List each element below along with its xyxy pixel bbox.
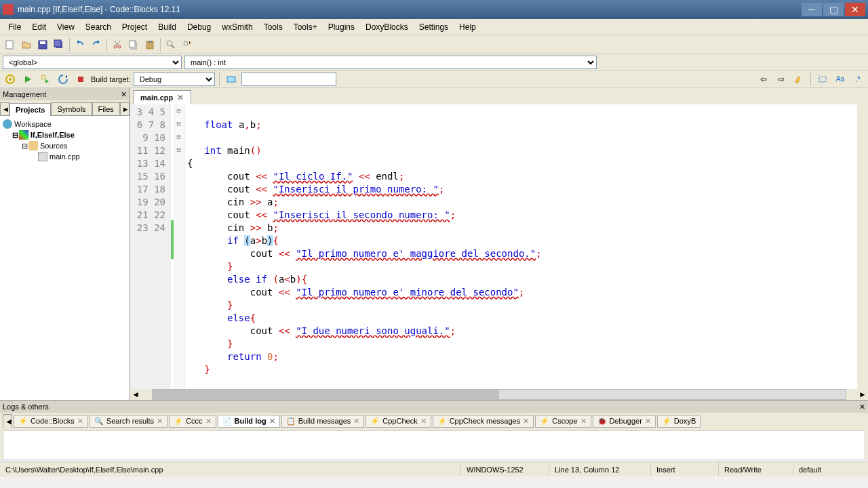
build-icon[interactable]: [3, 72, 18, 87]
logs-content[interactable]: [3, 430, 865, 460]
logs-tab-buildlog[interactable]: 📄Build log✕: [218, 415, 280, 428]
status-readwrite: Read/Write: [719, 462, 793, 476]
redo-icon[interactable]: [89, 37, 104, 52]
logs-tab-cscope[interactable]: ⚡Cscope✕: [535, 415, 591, 428]
logs-tab-cccc[interactable]: ⚡Cccc✕: [169, 415, 216, 428]
status-config: default: [793, 462, 868, 476]
vertical-scrollbar[interactable]: [857, 104, 868, 389]
main-toolbar: [0, 35, 868, 54]
find-icon[interactable]: [163, 37, 178, 52]
menu-settings[interactable]: Settings: [414, 21, 454, 33]
editor-tab-main[interactable]: main.cpp ✕: [133, 90, 191, 104]
paste-icon[interactable]: [142, 37, 157, 52]
save-icon[interactable]: [35, 37, 50, 52]
tree-project[interactable]: ⊟If,ElseIf,Else: [3, 129, 127, 140]
app-icon: [3, 4, 14, 15]
highlight-icon[interactable]: [791, 72, 806, 87]
next-icon[interactable]: ⇨: [774, 72, 789, 87]
status-cursor: Line 13, Column 12: [549, 462, 651, 476]
svg-rect-2: [40, 41, 45, 44]
menu-wxsmith[interactable]: wxSmith: [216, 21, 258, 33]
menu-file[interactable]: File: [3, 21, 26, 33]
svg-rect-18: [819, 77, 826, 82]
scope-global-select[interactable]: <global>: [3, 56, 182, 69]
new-file-icon[interactable]: [3, 37, 18, 52]
menu-tools[interactable]: Tools: [258, 21, 288, 33]
select-icon[interactable]: [815, 72, 830, 87]
logs-tabs: ◄ ⚡Code::Blocks✕ 🔍Search results✕ ⚡Cccc✕…: [0, 413, 868, 429]
build-target-select[interactable]: Debug: [134, 73, 215, 86]
code-editor[interactable]: 3 4 5 6 7 8 9 10 11 12 13 14 15 16 17 18…: [130, 104, 868, 389]
status-encoding: WINDOWS-1252: [461, 462, 549, 476]
svg-rect-10: [148, 41, 152, 43]
tab-scroll-left-icon[interactable]: ◄: [0, 102, 9, 115]
window-title: main.cpp [If,ElseIf,Else] - Code::Blocks…: [18, 5, 802, 14]
tab-scroll-right-icon[interactable]: ►: [120, 102, 130, 115]
menu-doxyblocks[interactable]: DoxyBlocks: [360, 21, 414, 33]
show-icon[interactable]: [224, 72, 239, 87]
logs-tab-cppcheck[interactable]: ⚡CppCheck✕: [366, 415, 431, 428]
menu-view[interactable]: View: [52, 21, 80, 33]
management-close-icon[interactable]: ✕: [121, 90, 127, 99]
management-header: Management ✕: [0, 88, 130, 100]
cut-icon[interactable]: [110, 37, 125, 52]
menu-edit[interactable]: Edit: [26, 21, 52, 33]
fold-column[interactable]: ⊟ ⊟ ⊟ ⊟: [174, 104, 184, 389]
tab-symbols[interactable]: Symbols: [51, 102, 92, 115]
menu-search[interactable]: Search: [80, 21, 117, 33]
open-file-icon[interactable]: [19, 37, 34, 52]
prev-icon[interactable]: ⇦: [756, 72, 771, 87]
maximize-button[interactable]: ▢: [823, 3, 844, 16]
tree-sources[interactable]: ⊟Sources: [3, 140, 127, 151]
menu-project[interactable]: Project: [117, 21, 153, 33]
logs-close-icon[interactable]: ✕: [859, 403, 865, 411]
management-tabs: ◄ Projects Symbols Files ►: [0, 100, 130, 115]
menu-toolsplus[interactable]: Tools+: [288, 21, 323, 33]
close-button[interactable]: ✕: [845, 3, 865, 16]
logs-tab-doxy[interactable]: ⚡DoxyB: [657, 415, 701, 428]
svg-rect-16: [78, 77, 83, 82]
tab-close-icon[interactable]: ✕: [177, 93, 184, 102]
menu-plugins[interactable]: Plugins: [323, 21, 360, 33]
tab-projects[interactable]: Projects: [9, 103, 51, 116]
code-content[interactable]: float a,b; int main() { cout << "Il cicl…: [184, 104, 857, 389]
build-run-icon[interactable]: [38, 72, 53, 87]
logs-tab-codeblocks[interactable]: ⚡Code::Blocks✕: [14, 415, 88, 428]
logs-tab-cppcheckmsg[interactable]: ⚡CppCheck messages✕: [433, 415, 534, 428]
tab-files[interactable]: Files: [92, 102, 120, 115]
logs-tab-search[interactable]: 🔍Search results✕: [90, 415, 167, 428]
undo-icon[interactable]: [73, 37, 87, 52]
case-icon[interactable]: Aa: [833, 72, 848, 87]
search-field[interactable]: [241, 73, 336, 86]
rebuild-icon[interactable]: [56, 72, 71, 87]
editor-tabs: main.cpp ✕: [130, 88, 868, 104]
logs-tab-debugger[interactable]: 🐞Debugger✕: [593, 415, 656, 428]
menu-help[interactable]: Help: [454, 21, 481, 33]
line-numbers: 3 4 5 6 7 8 9 10 11 12 13 14 15 16 17 18…: [130, 104, 171, 389]
run-icon[interactable]: [20, 72, 35, 87]
build-target-label: Build target:: [91, 75, 131, 83]
copy-icon[interactable]: [126, 37, 141, 52]
tree-workspace[interactable]: Workspace: [3, 119, 127, 129]
menu-build[interactable]: Build: [153, 21, 182, 33]
replace-icon[interactable]: [180, 37, 195, 52]
main-area: Management ✕ ◄ Projects Symbols Files ► …: [0, 88, 868, 400]
svg-point-15: [41, 75, 45, 79]
svg-rect-4: [54, 40, 61, 47]
logs-panel: Logs & others ✕ ◄ ⚡Code::Blocks✕ 🔍Search…: [0, 400, 868, 460]
abort-icon[interactable]: [73, 72, 88, 87]
window-controls: ─ ▢ ✕: [802, 3, 865, 16]
tree-file-main[interactable]: main.cpp: [3, 151, 127, 162]
horizontal-scrollbar[interactable]: ◄ ►: [130, 389, 868, 400]
scope-function-select[interactable]: main() : int: [184, 56, 597, 69]
status-filepath: C:\Users\Walter\Desktop\If,ElseIf,Else\m…: [0, 462, 461, 476]
logs-tab-buildmsg[interactable]: 📋Build messages✕: [281, 415, 365, 428]
project-tree: Workspace ⊟If,ElseIf,Else ⊟Sources main.…: [0, 115, 130, 400]
management-panel: Management ✕ ◄ Projects Symbols Files ► …: [0, 88, 130, 400]
menu-debug[interactable]: Debug: [182, 21, 216, 33]
logs-scroll-left-icon[interactable]: ◄: [3, 414, 12, 428]
minimize-button[interactable]: ─: [802, 3, 822, 16]
save-all-icon[interactable]: [52, 37, 66, 52]
svg-rect-0: [6, 41, 13, 49]
regex-icon[interactable]: .*: [850, 72, 865, 87]
